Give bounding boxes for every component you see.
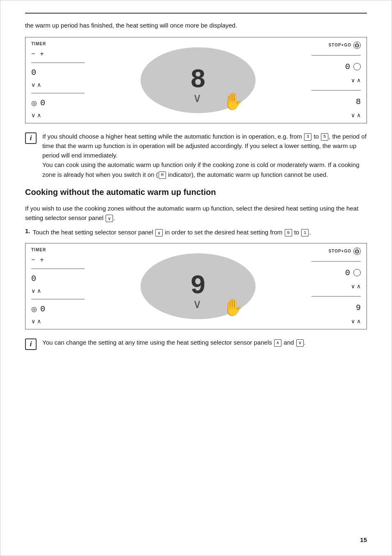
chevron-up-right-1b: ∧: [357, 112, 361, 118]
chevron-up-icon-1a: ∧: [37, 81, 41, 88]
left-digit-1b: 0: [40, 98, 45, 108]
cooking-zone-oval-2: 9 ∨ 🤚: [141, 253, 256, 319]
chevron-down-inline-3: ∨: [296, 339, 304, 347]
section-heading: Cooking without the automatic warm up fu…: [25, 188, 367, 197]
chevron-up-icon-2a: ∧: [37, 287, 41, 294]
minus-plus-1: − +: [31, 50, 85, 58]
chevron-pair-1b: ∨ ∧: [31, 112, 85, 118]
diagram-center-2: 9 ∨ 🤚: [85, 248, 311, 325]
plus-icon-2: +: [40, 256, 44, 264]
stopgo-label-2: STOP+GO: [329, 249, 351, 253]
chevron-down-icon-2b: ∨: [31, 318, 35, 324]
info-icon-2: i: [25, 338, 37, 350]
chevron-pair-2b: ∨ ∧: [31, 318, 85, 324]
chevron-pair-right-2a: ∨ ∧: [351, 283, 361, 290]
step-1-row: 1. Touch the heat setting selector senso…: [25, 227, 367, 237]
left-digit-row-2a: 0: [31, 274, 85, 283]
stopgo-icon-2: ⏻: [353, 248, 361, 255]
right-digit-2a: 0: [345, 268, 350, 278]
chevron-down-icon-2a: ∨: [31, 287, 35, 294]
left-sensor-row-1: ◎ 0: [31, 98, 85, 108]
page-number: 15: [360, 536, 367, 543]
diagram-left-2: TIMER − + 0 ∨ ∧ ◎ 0 ∨ ∧: [31, 248, 85, 325]
heat-setting-digit-1: 8: [190, 65, 206, 95]
box-9: 9: [285, 229, 292, 236]
right-digit-row-1a: 0: [345, 62, 361, 72]
left-digit-2a: 0: [31, 274, 36, 283]
minus-icon-1: −: [31, 50, 35, 58]
timer-row: TIMER: [31, 42, 85, 46]
step-1-text: Touch the heat setting selector sensor p…: [33, 227, 311, 237]
chevron-down-inline-2: ∨: [155, 229, 163, 236]
timer-label-2: TIMER: [31, 248, 46, 252]
right-digit-1b: 8: [356, 97, 361, 107]
stopgo-row-1: STOP+GO ⏻: [329, 42, 361, 49]
divider-right-1a: [311, 55, 361, 56]
info-text-1: If you should choose a higher heat setti…: [42, 132, 367, 179]
sensor-circle-1: ◎: [31, 99, 37, 107]
chevron-up-right-2a: ∧: [357, 283, 361, 290]
chevron-down-icon-1b: ∨: [31, 112, 35, 118]
diagram-left-1: TIMER − + 0 ∨ ∧ ◎ 0 ∨ ∧: [31, 42, 85, 119]
circle-indicator-1: [353, 63, 361, 70]
chevron-down-right-2a: ∨: [351, 283, 355, 290]
stopgo-label-1: STOP+GO: [329, 43, 351, 47]
hand-icon-2: 🤚: [223, 298, 243, 317]
heat-setting-digit-2: 9: [190, 271, 206, 301]
divider-right-1b: [311, 90, 361, 90]
chevron-up-right-2b: ∧: [357, 318, 361, 324]
chevron-up-inline-3: ∧: [274, 339, 281, 347]
info-icon-1: i: [25, 132, 37, 144]
left-sensor-row-2: ◎ 0: [31, 304, 85, 314]
chevron-down-icon-1a: ∨: [31, 81, 35, 88]
chevron-pair-1a: ∨ ∧: [31, 81, 85, 88]
left-digit-1a: 0: [31, 68, 36, 77]
chevron-pair-right-2b: ∨ ∧: [351, 318, 361, 324]
stopgo-row-2: STOP+GO ⏻: [329, 248, 361, 255]
chevron-down-right-1b: ∨: [351, 112, 355, 118]
right-digit-row-2a: 0: [345, 268, 361, 278]
diagram-1: TIMER − + 0 ∨ ∧ ◎ 0 ∨ ∧: [25, 37, 367, 123]
minus-plus-2: − +: [31, 256, 85, 264]
diagram-center-1: 8 ∨ 🤚: [85, 42, 311, 119]
divider-right-2b: [311, 296, 361, 297]
left-digit-row-1a: 0: [31, 68, 85, 77]
page: the warm up period has finished, the hea…: [0, 0, 392, 556]
chevron-up-icon-2b: ∧: [37, 318, 41, 324]
divider-1b: [31, 93, 85, 93]
hand-icon-1: 🤚: [223, 92, 243, 111]
intro-text: the warm up period has finished, the hea…: [25, 21, 367, 30]
chevron-pair-right-1b: ∨ ∧: [351, 112, 361, 118]
chevron-up-icon-1b: ∧: [37, 112, 41, 118]
stopgo-icon-1: ⏻: [353, 42, 361, 49]
top-border: [25, 13, 367, 14]
box-1: 1: [301, 229, 309, 236]
diagram-right-2: STOP+GO ⏻ 0 ∨ ∧ 9 ∨ ∧: [311, 248, 361, 325]
box-H: H: [159, 171, 166, 179]
plus-icon-1: +: [40, 50, 44, 58]
chevron-down-right-2b: ∨: [351, 318, 355, 324]
cooking-zone-oval-1: 8 ∨ 🤚: [141, 47, 256, 113]
left-digit-2b: 0: [40, 304, 45, 314]
divider-right-2a: [311, 261, 361, 262]
right-digit-row-1b: 8: [356, 97, 361, 107]
sensor-circle-2: ◎: [31, 305, 37, 313]
chevron-down-right-1a: ∨: [351, 77, 355, 83]
step-1-number: 1.: [25, 227, 30, 237]
right-digit-row-2b: 9: [356, 303, 361, 313]
divider-2a: [31, 269, 85, 269]
diagram-2: TIMER − + 0 ∨ ∧ ◎ 0 ∨ ∧: [25, 243, 367, 329]
box-5: 5: [321, 133, 328, 141]
minus-icon-2: −: [31, 256, 35, 264]
chevron-down-inline-1: ∨: [106, 215, 113, 222]
chevron-pair-right-1a: ∨ ∧: [351, 77, 361, 83]
divider-1a: [31, 63, 85, 63]
info-text-2: You can change the setting at any time u…: [42, 338, 306, 350]
section-description: If you wish to use the cooking zones wit…: [25, 204, 367, 223]
circle-indicator-2: [353, 269, 361, 276]
chevron-pair-2a: ∨ ∧: [31, 287, 85, 294]
info-box-1: i If you should choose a higher heat set…: [25, 132, 367, 179]
box-3: 3: [304, 133, 311, 141]
timer-row-2: TIMER: [31, 248, 85, 252]
divider-2b: [31, 299, 85, 299]
